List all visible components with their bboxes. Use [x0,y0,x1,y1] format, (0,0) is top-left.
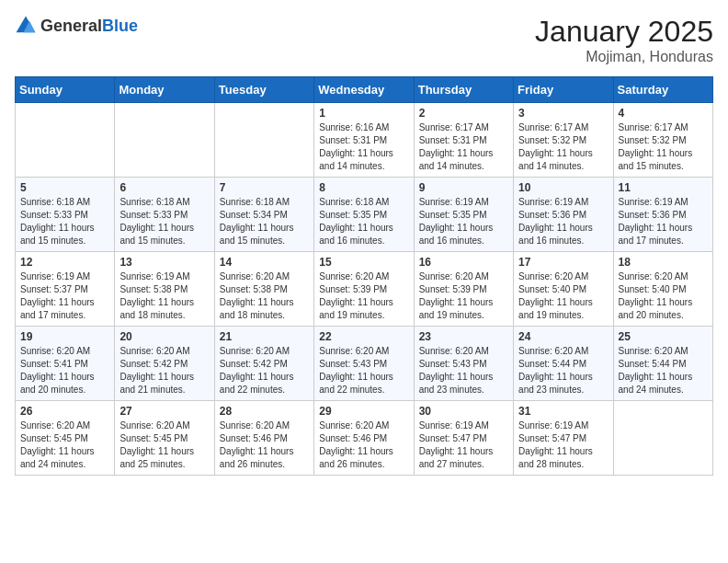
day-info: Sunrise: 6:20 AMSunset: 5:46 PMDaylight:… [220,419,309,471]
day-number: 7 [220,181,309,194]
day-number: 17 [518,256,608,269]
calendar-cell: 7Sunrise: 6:18 AMSunset: 5:34 PMDaylight… [214,178,313,252]
day-number: 21 [220,330,309,343]
day-number: 23 [419,330,508,343]
day-info: Sunrise: 6:17 AMSunset: 5:31 PMDaylight:… [419,121,508,173]
day-info: Sunrise: 6:18 AMSunset: 5:34 PMDaylight:… [220,196,309,247]
calendar-cell: 19Sunrise: 6:20 AMSunset: 5:41 PMDayligh… [16,327,115,401]
calendar-cell: 20Sunrise: 6:20 AMSunset: 5:42 PMDayligh… [115,327,214,401]
calendar-cell: 12Sunrise: 6:19 AMSunset: 5:37 PMDayligh… [16,252,115,327]
day-info: Sunrise: 6:18 AMSunset: 5:33 PMDaylight:… [119,196,209,247]
day-number: 1 [319,107,408,120]
day-info: Sunrise: 6:20 AMSunset: 5:40 PMDaylight:… [619,270,708,322]
day-info: Sunrise: 6:19 AMSunset: 5:35 PMDaylight:… [419,196,508,247]
calendar-week-row: 19Sunrise: 6:20 AMSunset: 5:41 PMDayligh… [16,327,713,401]
day-number: 5 [20,181,109,194]
day-number: 24 [518,330,608,343]
location-title: Mojiman, Honduras [535,49,713,65]
day-number: 31 [518,405,608,418]
day-info: Sunrise: 6:20 AMSunset: 5:40 PMDaylight:… [518,270,608,322]
logo-general: General [40,17,102,35]
day-info: Sunrise: 6:19 AMSunset: 5:38 PMDaylight:… [119,270,209,322]
calendar-cell: 10Sunrise: 6:19 AMSunset: 5:36 PMDayligh… [514,178,613,252]
day-info: Sunrise: 6:20 AMSunset: 5:46 PMDaylight:… [319,419,408,471]
day-number: 26 [20,405,109,418]
day-number: 11 [619,181,708,194]
day-info: Sunrise: 6:20 AMSunset: 5:42 PMDaylight:… [220,345,309,396]
calendar-week-row: 12Sunrise: 6:19 AMSunset: 5:37 PMDayligh… [16,252,713,327]
day-info: Sunrise: 6:17 AMSunset: 5:32 PMDaylight:… [619,121,708,173]
day-of-week-header: Sunday [16,77,115,103]
day-number: 16 [419,256,508,269]
day-number: 9 [419,181,508,194]
calendar-cell [16,103,115,178]
day-number: 12 [20,256,109,269]
day-of-week-header: Monday [115,77,214,103]
day-info: Sunrise: 6:20 AMSunset: 5:39 PMDaylight:… [319,270,408,322]
calendar-week-row: 1Sunrise: 6:16 AMSunset: 5:31 PMDaylight… [16,103,713,178]
calendar-cell: 14Sunrise: 6:20 AMSunset: 5:38 PMDayligh… [214,252,313,327]
day-of-week-header: Thursday [414,77,513,103]
calendar-cell: 4Sunrise: 6:17 AMSunset: 5:32 PMDaylight… [613,103,712,178]
day-info: Sunrise: 6:19 AMSunset: 5:47 PMDaylight:… [419,419,508,471]
calendar-cell: 18Sunrise: 6:20 AMSunset: 5:40 PMDayligh… [613,252,712,327]
day-number: 14 [220,256,309,269]
day-number: 25 [619,330,708,343]
day-info: Sunrise: 6:20 AMSunset: 5:43 PMDaylight:… [419,345,508,396]
day-number: 22 [319,330,408,343]
calendar-cell: 21Sunrise: 6:20 AMSunset: 5:42 PMDayligh… [214,327,313,401]
calendar-cell [613,401,712,476]
calendar-cell: 6Sunrise: 6:18 AMSunset: 5:33 PMDaylight… [115,178,214,252]
day-info: Sunrise: 6:20 AMSunset: 5:39 PMDaylight:… [419,270,508,322]
logo: GeneralBlue [15,15,138,37]
day-number: 28 [220,405,309,418]
calendar-cell: 26Sunrise: 6:20 AMSunset: 5:45 PMDayligh… [16,401,115,476]
day-info: Sunrise: 6:20 AMSunset: 5:41 PMDaylight:… [20,345,109,396]
day-info: Sunrise: 6:19 AMSunset: 5:36 PMDaylight:… [518,196,608,247]
day-of-week-header: Wednesday [314,77,414,103]
calendar-cell: 16Sunrise: 6:20 AMSunset: 5:39 PMDayligh… [414,252,513,327]
day-number: 2 [419,107,508,120]
calendar-cell [115,103,214,178]
calendar-cell: 11Sunrise: 6:19 AMSunset: 5:36 PMDayligh… [613,178,712,252]
calendar-cell: 17Sunrise: 6:20 AMSunset: 5:40 PMDayligh… [514,252,613,327]
day-number: 10 [518,181,608,194]
day-of-week-header: Tuesday [214,77,313,103]
calendar-week-row: 5Sunrise: 6:18 AMSunset: 5:33 PMDaylight… [16,178,713,252]
day-info: Sunrise: 6:16 AMSunset: 5:31 PMDaylight:… [319,121,408,173]
day-number: 8 [319,181,408,194]
calendar-cell: 30Sunrise: 6:19 AMSunset: 5:47 PMDayligh… [414,401,513,476]
calendar-cell: 22Sunrise: 6:20 AMSunset: 5:43 PMDayligh… [314,327,414,401]
day-number: 19 [20,330,109,343]
calendar-cell: 3Sunrise: 6:17 AMSunset: 5:32 PMDaylight… [514,103,613,178]
day-number: 6 [119,181,209,194]
calendar-week-row: 26Sunrise: 6:20 AMSunset: 5:45 PMDayligh… [16,401,713,476]
day-info: Sunrise: 6:18 AMSunset: 5:33 PMDaylight:… [20,196,109,247]
calendar-cell: 1Sunrise: 6:16 AMSunset: 5:31 PMDaylight… [314,103,414,178]
day-number: 4 [619,107,708,120]
day-number: 15 [319,256,408,269]
calendar-cell: 23Sunrise: 6:20 AMSunset: 5:43 PMDayligh… [414,327,513,401]
page-header: GeneralBlue January 2025 Mojiman, Hondur… [15,15,713,65]
month-title: January 2025 [535,15,713,49]
calendar-cell: 27Sunrise: 6:20 AMSunset: 5:45 PMDayligh… [115,401,214,476]
day-info: Sunrise: 6:20 AMSunset: 5:38 PMDaylight:… [220,270,309,322]
calendar-cell: 9Sunrise: 6:19 AMSunset: 5:35 PMDaylight… [414,178,513,252]
calendar-cell: 15Sunrise: 6:20 AMSunset: 5:39 PMDayligh… [314,252,414,327]
day-number: 30 [419,405,508,418]
day-number: 20 [119,330,209,343]
calendar-cell: 5Sunrise: 6:18 AMSunset: 5:33 PMDaylight… [16,178,115,252]
calendar-cell: 13Sunrise: 6:19 AMSunset: 5:38 PMDayligh… [115,252,214,327]
calendar-cell: 2Sunrise: 6:17 AMSunset: 5:31 PMDaylight… [414,103,513,178]
day-info: Sunrise: 6:18 AMSunset: 5:35 PMDaylight:… [319,196,408,247]
calendar-table: SundayMondayTuesdayWednesdayThursdayFrid… [15,76,713,476]
calendar-header-row: SundayMondayTuesdayWednesdayThursdayFrid… [16,77,713,103]
day-number: 18 [619,256,708,269]
calendar-cell: 24Sunrise: 6:20 AMSunset: 5:44 PMDayligh… [514,327,613,401]
day-info: Sunrise: 6:20 AMSunset: 5:45 PMDaylight:… [20,419,109,471]
day-info: Sunrise: 6:19 AMSunset: 5:36 PMDaylight:… [619,196,708,247]
calendar-cell: 25Sunrise: 6:20 AMSunset: 5:44 PMDayligh… [613,327,712,401]
calendar-cell: 31Sunrise: 6:19 AMSunset: 5:47 PMDayligh… [514,401,613,476]
day-number: 29 [319,405,408,418]
calendar-cell [214,103,313,178]
